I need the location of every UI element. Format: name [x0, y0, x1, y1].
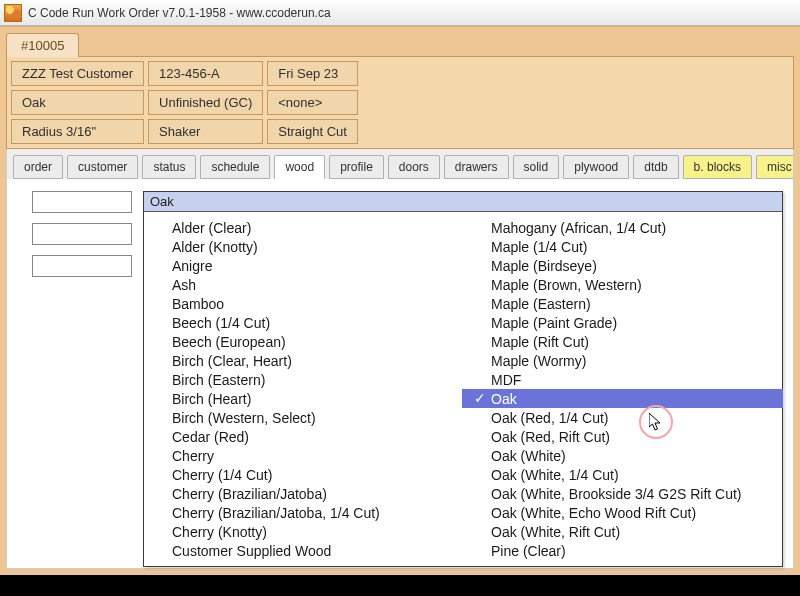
tab-profile[interactable]: profile [329, 155, 384, 179]
dropdown-item[interactable]: Oak (Red, 1/4 Cut) [463, 408, 782, 427]
summary-ref[interactable]: 123-456-A [148, 61, 263, 86]
tab-content-wood: Oak Alder (Clear)Alder (Knotty)AnigreAsh… [6, 179, 794, 569]
summary-wood[interactable]: Oak [11, 90, 144, 115]
side-inputs [32, 191, 132, 277]
input-3[interactable] [32, 255, 132, 277]
dropdown-item[interactable]: Birch (Heart) [144, 389, 463, 408]
dropdown-item[interactable]: Maple (Brown, Western) [463, 275, 782, 294]
dropdown-item[interactable]: Anigre [144, 256, 463, 275]
dropdown-item[interactable]: MDF [463, 370, 782, 389]
titlebar-text: C Code Run Work Order v7.0.1-1958 - www.… [28, 6, 331, 20]
document-tab-label: #10005 [21, 38, 64, 53]
dropdown-item[interactable]: Oak (White, Echo Wood Rift Cut) [463, 503, 782, 522]
summary-finish[interactable]: Unfinished (GC) [148, 90, 263, 115]
dropdown-item[interactable]: Cedar (Red) [144, 427, 463, 446]
summary-style[interactable]: Shaker [148, 119, 263, 144]
dropdown-item[interactable]: Maple (Wormy) [463, 351, 782, 370]
dropdown-item[interactable]: Cherry (Knotty) [144, 522, 463, 541]
tab-dtdb[interactable]: dtdb [633, 155, 678, 179]
summary-date[interactable]: Fri Sep 23 [267, 61, 358, 86]
tab-plywood[interactable]: plywood [563, 155, 629, 179]
summary-radius[interactable]: Radius 3/16" [11, 119, 144, 144]
dropdown-item[interactable]: Cherry (1/4 Cut) [144, 465, 463, 484]
dropdown-item[interactable]: Cherry (Brazilian/Jatoba, 1/4 Cut) [144, 503, 463, 522]
dropdown-item[interactable]: Bamboo [144, 294, 463, 313]
dropdown-col-left: Alder (Clear)Alder (Knotty)AnigreAshBamb… [144, 212, 463, 566]
tab-schedule[interactable]: schedule [200, 155, 270, 179]
tab-b-blocks[interactable]: b. blocks [683, 155, 752, 179]
summary-none[interactable]: <none> [267, 90, 358, 115]
dropdown-item[interactable]: Maple (Paint Grade) [463, 313, 782, 332]
app-icon [4, 4, 22, 22]
summary-cut[interactable]: Straight Cut [267, 119, 358, 144]
tab-doors[interactable]: doors [388, 155, 440, 179]
dropdown-item[interactable]: Birch (Eastern) [144, 370, 463, 389]
tab-misc[interactable]: misc [756, 155, 794, 179]
input-2[interactable] [32, 223, 132, 245]
dropdown-item[interactable]: Ash [144, 275, 463, 294]
dropdown-item[interactable]: Beech (European) [144, 332, 463, 351]
input-1[interactable] [32, 191, 132, 213]
dropdown-item[interactable]: Pine (Clear) [463, 541, 782, 560]
titlebar: C Code Run Work Order v7.0.1-1958 - www.… [0, 0, 800, 26]
dropdown-item[interactable]: Oak (White) [463, 446, 782, 465]
dropdown-item[interactable]: Mahogany (African, 1/4 Cut) [463, 218, 782, 237]
dropdown-item[interactable]: Birch (Western, Select) [144, 408, 463, 427]
dropdown-item[interactable]: Beech (1/4 Cut) [144, 313, 463, 332]
summary-customer[interactable]: ZZZ Test Customer [11, 61, 144, 86]
document-tab[interactable]: #10005 [6, 33, 79, 57]
dropdown-item[interactable]: Oak (White, Rift Cut) [463, 522, 782, 541]
dropdown-item[interactable]: Oak [462, 389, 783, 408]
tab-customer[interactable]: customer [67, 155, 138, 179]
dropdown-item[interactable]: Maple (Eastern) [463, 294, 782, 313]
dropdown-item[interactable]: Maple (1/4 Cut) [463, 237, 782, 256]
dropdown-item[interactable]: Alder (Knotty) [144, 237, 463, 256]
dropdown-item[interactable]: Maple (Rift Cut) [463, 332, 782, 351]
dropdown-item[interactable]: Birch (Clear, Heart) [144, 351, 463, 370]
tab-status[interactable]: status [142, 155, 196, 179]
tab-drawers[interactable]: drawers [444, 155, 509, 179]
dropdown-item[interactable]: Cherry [144, 446, 463, 465]
dropdown-item[interactable]: Alder (Clear) [144, 218, 463, 237]
dropdown-item[interactable]: Customer Supplied Wood [144, 541, 463, 560]
dropdown-item[interactable]: Maple (Birdseye) [463, 256, 782, 275]
wood-dropdown[interactable]: Oak Alder (Clear)Alder (Knotty)AnigreAsh… [143, 191, 783, 567]
dropdown-col-right: Mahogany (African, 1/4 Cut)Maple (1/4 Cu… [463, 212, 782, 566]
dropdown-header: Oak [144, 192, 782, 212]
dropdown-item[interactable]: Cherry (Brazilian/Jatoba) [144, 484, 463, 503]
tab-solid[interactable]: solid [513, 155, 560, 179]
dropdown-item[interactable]: Oak (White, Brookside 3/4 G2S Rift Cut) [463, 484, 782, 503]
dropdown-item[interactable]: Oak (Red, Rift Cut) [463, 427, 782, 446]
tab-row: ordercustomerstatusschedulewoodprofiledo… [6, 149, 794, 179]
dropdown-item[interactable]: Oak (White, 1/4 Cut) [463, 465, 782, 484]
summary-panel: ZZZ Test Customer Oak Radius 3/16" 123-4… [6, 56, 794, 149]
tab-wood[interactable]: wood [274, 155, 325, 179]
tab-order[interactable]: order [13, 155, 63, 179]
